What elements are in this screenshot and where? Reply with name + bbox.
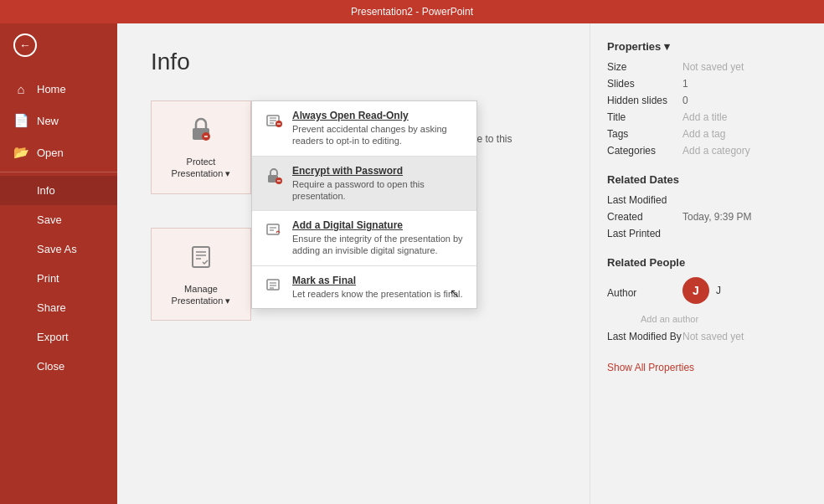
props-val-title[interactable]: Add a title — [682, 111, 727, 123]
sidebar-nav: ⌂ Home 📄 New 📂 Open Info Save — [0, 67, 117, 381]
props-row-size: Size Not saved yet — [607, 61, 807, 73]
sidebar-item-open[interactable]: 📂 Open — [0, 136, 117, 168]
sidebar-divider — [0, 172, 117, 172]
sidebar-item-print[interactable]: Print — [0, 264, 117, 293]
props-key-hidden-slides: Hidden slides — [607, 95, 682, 106]
dropdown-item-read-only-text: Always Open Read-Only Prevent accidental… — [292, 110, 465, 147]
add-author-link[interactable]: Add an author — [641, 314, 807, 324]
protect-icon — [186, 115, 216, 151]
dropdown-item-encrypt-title: Encrypt with Password — [292, 165, 465, 177]
sidebar-item-home[interactable]: ⌂ Home — [0, 74, 117, 105]
signature-icon — [264, 221, 284, 244]
show-all-props-link[interactable]: Show All Properties — [607, 362, 694, 373]
dropdown-item-final-title: Mark as Final — [292, 275, 465, 286]
dropdown-item-encrypt[interactable]: Encrypt with Password Require a password… — [252, 157, 476, 211]
sidebar-label-export: Export — [37, 331, 69, 343]
protect-card: ProtectPresentation ▾ Protect Presentati… — [151, 100, 556, 194]
props-val-categories[interactable]: Add a category — [682, 145, 750, 157]
props-val-size: Not saved yet — [682, 61, 744, 73]
sidebar-label-share: Share — [37, 301, 66, 314]
props-val-tags[interactable]: Add a tag — [682, 128, 725, 140]
sidebar-label-print: Print — [37, 272, 59, 285]
properties-title[interactable]: Properties ▾ — [607, 40, 807, 53]
props-key-last-modified: Last Modified — [607, 194, 682, 206]
author-label: Author — [607, 287, 682, 299]
sidebar-label-save: Save — [37, 213, 62, 226]
sidebar-label-home: Home — [37, 83, 66, 95]
dropdown-item-encrypt-text: Encrypt with Password Require a password… — [292, 165, 465, 203]
author-row: Author J J — [607, 277, 807, 309]
dropdown-item-final-desc: Let readers know the presentation is fin… — [292, 288, 465, 300]
dropdown-item-signature-desc: Ensure the integrity of the presentation… — [292, 233, 465, 257]
sidebar-item-save-as[interactable]: Save As — [0, 234, 117, 264]
protect-dropdown-menu: Always Open Read-Only Prevent accidental… — [251, 100, 477, 309]
final-icon — [264, 276, 284, 299]
sidebar-item-save[interactable]: Save — [0, 205, 117, 234]
props-val-hidden-slides: 0 — [682, 95, 688, 106]
home-icon: ⌂ — [13, 82, 28, 96]
svg-rect-12 — [267, 224, 279, 234]
props-row-hidden-slides: Hidden slides 0 — [607, 95, 807, 106]
author-name: J — [716, 285, 721, 296]
sidebar-label-close: Close — [37, 360, 64, 373]
props-key-last-printed: Last Printed — [607, 228, 682, 239]
svg-rect-19 — [193, 247, 209, 267]
props-row-last-modified: Last Modified — [607, 194, 807, 206]
props-val-slides: 1 — [682, 78, 688, 90]
protect-card-label: ProtectPresentation ▾ — [172, 156, 231, 180]
sidebar-label-save-as: Save As — [37, 243, 77, 255]
manage-icon-area[interactable]: ManagePresentation ▾ — [151, 228, 251, 321]
new-icon: 📄 — [13, 113, 28, 128]
props-key-created: Created — [607, 211, 682, 223]
props-key-categories: Categories — [607, 145, 682, 157]
dropdown-item-read-only[interactable]: Always Open Read-Only Prevent accidental… — [252, 101, 476, 156]
back-button[interactable]: ← — [0, 23, 117, 67]
author-info: J J — [682, 277, 721, 304]
encrypt-icon — [264, 167, 284, 189]
props-row-slides: Slides 1 — [607, 78, 807, 90]
sidebar-item-info[interactable]: Info — [0, 176, 117, 205]
title-bar-text: Presentation2 - PowerPoint — [351, 6, 473, 18]
dropdown-item-signature-text: Add a Digital Signature Ensure the integ… — [292, 219, 465, 257]
manage-icon — [186, 242, 216, 278]
related-people-section: Related People Author J J Add an author … — [607, 256, 807, 342]
sidebar: ← ⌂ Home 📄 New 📂 Open Info Save — [0, 23, 117, 504]
last-modified-by-label: Last Modified By — [607, 331, 682, 342]
dropdown-item-encrypt-desc: Require a password to open this presenta… — [292, 178, 465, 203]
protect-icon-area[interactable]: ProtectPresentation ▾ — [151, 100, 251, 194]
dropdown-item-signature[interactable]: Add a Digital Signature Ensure the integ… — [252, 211, 476, 265]
dropdown-item-final[interactable]: Mark as Final Let readers know the prese… — [252, 266, 476, 308]
properties-section: Properties ▾ Size Not saved yet Slides 1… — [607, 40, 807, 157]
props-key-slides: Slides — [607, 78, 682, 90]
props-row-categories: Categories Add a category — [607, 145, 807, 157]
title-bar: Presentation2 - PowerPoint — [0, 0, 824, 23]
manage-card-label: ManagePresentation ▾ — [172, 283, 231, 307]
last-modified-by-value: Not saved yet — [682, 331, 744, 342]
sidebar-item-export[interactable]: Export — [0, 322, 117, 352]
open-icon: 📂 — [13, 145, 28, 160]
props-key-tags: Tags — [607, 128, 682, 140]
sidebar-label-new: New — [37, 115, 59, 127]
related-dates-title: Related Dates — [607, 173, 807, 186]
sidebar-label-info: Info — [37, 184, 55, 197]
dropdown-item-read-only-desc: Prevent accidental changes by asking rea… — [292, 123, 465, 147]
sidebar-item-close[interactable]: Close — [0, 352, 117, 381]
sidebar-item-share[interactable]: Share — [0, 293, 117, 322]
last-modified-by-row: Last Modified By Not saved yet — [607, 331, 807, 342]
props-val-created: Today, 9:39 PM — [682, 211, 752, 223]
dropdown-item-read-only-title: Always Open Read-Only — [292, 110, 465, 121]
sidebar-item-new[interactable]: 📄 New — [0, 105, 117, 136]
back-icon: ← — [13, 33, 37, 57]
props-row-tags: Tags Add a tag — [607, 128, 807, 140]
related-dates-section: Related Dates Last Modified Created Toda… — [607, 173, 807, 239]
sidebar-label-open: Open — [37, 147, 64, 159]
related-people-title: Related People — [607, 256, 807, 269]
page-title: Info — [151, 49, 556, 75]
dropdown-item-final-text: Mark as Final Let readers know the prese… — [292, 275, 465, 300]
main-container: ← ⌂ Home 📄 New 📂 Open Info Save — [0, 23, 824, 504]
dropdown-item-signature-title: Add a Digital Signature — [292, 219, 465, 231]
props-row-title: Title Add a title — [607, 111, 807, 123]
props-row-last-printed: Last Printed — [607, 228, 807, 239]
props-key-size: Size — [607, 61, 682, 73]
author-avatar: J — [682, 277, 709, 304]
